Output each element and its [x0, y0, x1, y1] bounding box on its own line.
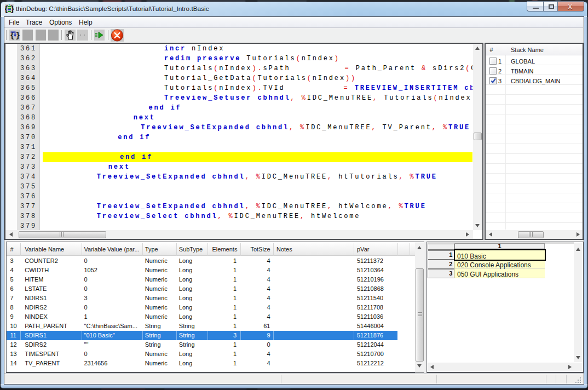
svg-text:}: }: [15, 31, 20, 41]
svg-text:{: {: [10, 31, 15, 41]
